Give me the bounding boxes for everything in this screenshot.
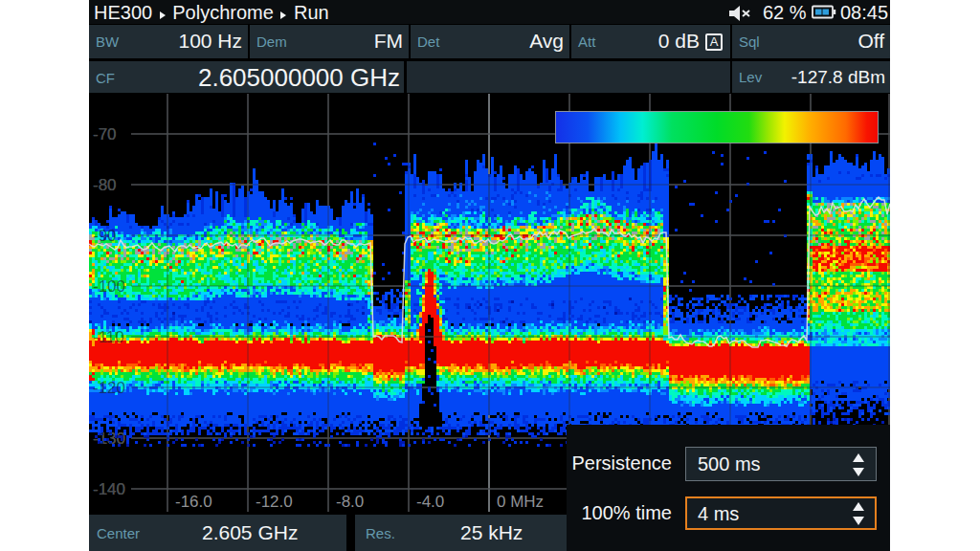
svg-text:-120: -120 bbox=[93, 379, 125, 397]
svg-text:0 MHz: 0 MHz bbox=[497, 493, 544, 511]
svg-text:-80: -80 bbox=[93, 176, 117, 194]
svg-text:-110: -110 bbox=[93, 328, 124, 346]
svg-text:-16.0: -16.0 bbox=[175, 493, 212, 511]
svg-text:-130: -130 bbox=[93, 430, 125, 448]
svg-text:-8.0: -8.0 bbox=[336, 493, 364, 511]
svg-text:-70: -70 bbox=[93, 125, 117, 143]
svg-text:-100: -100 bbox=[93, 277, 125, 296]
svg-text:-90: -90 bbox=[93, 227, 117, 245]
svg-text:-4.0: -4.0 bbox=[416, 493, 444, 511]
svg-text:-140: -140 bbox=[93, 480, 125, 498]
svg-text:-12.0: -12.0 bbox=[256, 493, 293, 511]
